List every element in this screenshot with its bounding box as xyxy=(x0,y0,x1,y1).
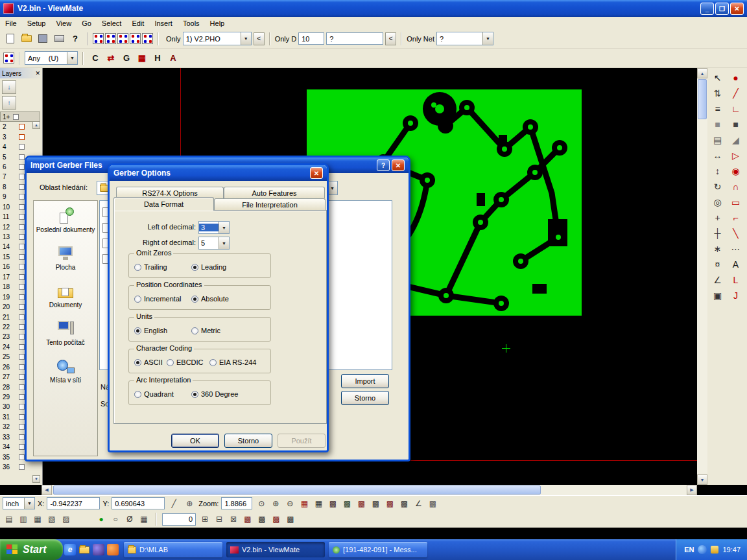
layer-swatch[interactable] xyxy=(19,424,25,430)
layer-swatch[interactable] xyxy=(19,274,25,280)
zoom-out-icon[interactable]: ⊖ xyxy=(283,497,296,510)
highlight-dot-icon[interactable]: ● xyxy=(95,513,108,526)
help-pointer-icon[interactable]: ? xyxy=(68,32,82,46)
active-layer-swatch[interactable] xyxy=(13,114,19,120)
unit-combo[interactable]: inch ▼ xyxy=(3,497,35,509)
absolute-radio[interactable]: Absolute xyxy=(191,295,229,303)
menu-go[interactable]: Go xyxy=(77,18,97,29)
right-decimal-combo[interactable]: 5 ▼ xyxy=(198,237,230,250)
horizontal-scroll-thumb[interactable] xyxy=(53,485,541,495)
grid-icon[interactable]: ┼ xyxy=(709,226,726,240)
layer-down-button[interactable]: ↓ xyxy=(2,80,16,94)
gear-icon[interactable]: ∗ xyxy=(709,241,726,256)
layer-swatch[interactable] xyxy=(19,214,25,220)
gerber-dialog-titlebar[interactable]: Gerber Options ✕ xyxy=(110,165,327,181)
metric-radio[interactable]: Metric xyxy=(191,327,220,334)
line-icon[interactable]: ╱ xyxy=(727,86,744,100)
film-table-icon[interactable] xyxy=(130,33,141,44)
film-j-icon[interactable]: ▩ xyxy=(270,513,283,526)
chevron-down-icon[interactable]: ▼ xyxy=(241,32,251,45)
layer-swatch[interactable] xyxy=(19,444,25,450)
layer-swatch[interactable] xyxy=(19,204,25,210)
pad-icon[interactable]: ● xyxy=(727,70,744,85)
menu-edit[interactable]: Edit xyxy=(126,18,149,29)
measure-icon[interactable]: ∠ xyxy=(709,272,726,287)
pointer-icon[interactable]: ↖ xyxy=(709,70,726,85)
layer-swatch[interactable] xyxy=(19,124,25,130)
close-icon[interactable]: ✕ xyxy=(310,167,323,179)
aperture-pattern-icon[interactable] xyxy=(3,52,14,64)
scroll-up-icon[interactable]: ▲ xyxy=(32,121,40,129)
mirror-v-icon[interactable]: ↕ xyxy=(709,163,726,178)
vertical-scroll-thumb[interactable] xyxy=(698,79,707,119)
layer-swatch[interactable] xyxy=(19,314,25,320)
task-messenger[interactable]: [191-482-091] - Mess... xyxy=(329,542,427,557)
film-a-icon[interactable]: ▩ xyxy=(326,497,339,510)
layer-row-36[interactable]: 36 xyxy=(0,462,42,472)
prev-layer-button[interactable]: < xyxy=(254,32,265,45)
layer-swatch[interactable] xyxy=(19,134,25,140)
layer-swatch[interactable] xyxy=(19,284,25,290)
layer-row-3[interactable]: 3 xyxy=(0,132,42,141)
zoom-field[interactable]: 1.8866 xyxy=(221,497,252,509)
chevron-down-icon[interactable]: ▼ xyxy=(24,498,34,509)
sel-d-icon[interactable]: ▧ xyxy=(45,513,58,526)
snap-icon[interactable]: ¤ xyxy=(709,257,726,272)
degree-360-radio[interactable]: 360 Degree xyxy=(191,390,239,398)
scroll-left-icon[interactable]: ◀ xyxy=(42,485,52,495)
ie-quicklaunch-icon[interactable]: e xyxy=(64,544,76,555)
layer-swatch[interactable] xyxy=(19,244,25,250)
chevron-down-icon[interactable]: ▼ xyxy=(482,32,493,45)
filled-square-icon[interactable]: ■ xyxy=(727,117,744,132)
layer-swatch[interactable] xyxy=(19,294,25,300)
text-icon[interactable]: A xyxy=(727,257,744,272)
zoom-in-icon[interactable]: ⊕ xyxy=(269,497,282,510)
folder-quicklaunch-icon[interactable] xyxy=(78,544,90,555)
anchor-right-icon[interactable]: ⊠ xyxy=(227,513,240,526)
layer-swatch[interactable] xyxy=(19,384,25,390)
layer-swatch[interactable] xyxy=(19,434,25,440)
tab-auto-features[interactable]: Auto Features xyxy=(224,187,325,198)
task-viewmate[interactable]: V2.bin - ViewMate xyxy=(226,542,325,557)
layer-swatch[interactable] xyxy=(19,324,25,330)
incremental-radio[interactable]: Incremental xyxy=(134,295,181,303)
layer-swatch[interactable] xyxy=(19,354,25,360)
tab-file-interpretation[interactable]: File Interpretation xyxy=(214,198,326,210)
firefox-quicklaunch-icon[interactable] xyxy=(107,544,119,555)
menu-setup[interactable]: Setup xyxy=(22,18,51,29)
save-file-icon[interactable] xyxy=(36,32,50,46)
tab-data-format[interactable]: Data Format xyxy=(113,197,214,211)
angle-icon[interactable]: ∠ xyxy=(412,497,425,510)
anchor-left-icon[interactable]: ⊟ xyxy=(213,513,226,526)
match-combo[interactable]: Any (U) ▼ xyxy=(25,51,78,65)
layer-swatch[interactable] xyxy=(19,364,25,370)
aperture-list-icon[interactable] xyxy=(105,33,116,44)
english-radio[interactable]: English xyxy=(134,327,167,334)
active-layer-row[interactable]: 1+ xyxy=(0,111,40,122)
layer-combo[interactable]: 1) V2.PHO ▼ xyxy=(183,32,252,45)
sel-e-icon[interactable]: ▨ xyxy=(60,513,73,526)
hole-circle-icon[interactable]: ○ xyxy=(109,513,122,526)
film-k-icon[interactable]: ▩ xyxy=(284,513,297,526)
layer-swatch[interactable] xyxy=(19,464,25,470)
net-combo[interactable]: ? ▼ xyxy=(436,32,493,45)
align-icon[interactable]: ▤ xyxy=(709,132,726,147)
vertical-scrollbar[interactable]: ▲ ▼ xyxy=(697,68,707,485)
scroll-down-icon[interactable]: ▼ xyxy=(32,475,40,483)
target-icon[interactable]: ◉ xyxy=(727,163,744,178)
gerber-cancel-button[interactable]: Storno xyxy=(224,434,272,448)
scroll-up-icon[interactable]: ▲ xyxy=(697,68,707,78)
layers-panel-titlebar[interactable]: Layers ✕ xyxy=(0,68,42,78)
scroll-right-icon[interactable]: ▶ xyxy=(687,485,697,495)
layer-swatch[interactable] xyxy=(19,374,25,380)
layer-swatch[interactable] xyxy=(19,404,25,410)
film-f-icon[interactable]: ▩ xyxy=(397,497,410,510)
eclipse-quicklaunch-icon[interactable] xyxy=(93,544,104,555)
layer-swatch[interactable] xyxy=(19,414,25,420)
y-coordinate-field[interactable]: 0.690643 xyxy=(112,497,165,509)
dcode-phi-icon[interactable]: Ø xyxy=(123,513,136,526)
import-cancel-button[interactable]: Storno xyxy=(341,391,389,405)
c-tool-icon[interactable]: C xyxy=(88,51,102,65)
table-red-icon[interactable]: ▦ xyxy=(298,497,311,510)
new-file-icon[interactable] xyxy=(3,32,18,46)
